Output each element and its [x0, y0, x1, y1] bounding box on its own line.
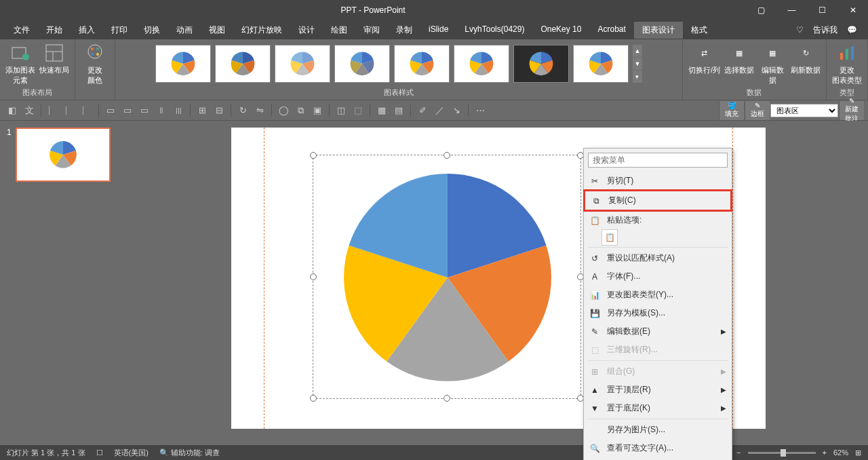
- share-icon[interactable]: 💬: [847, 25, 857, 35]
- quick-layout-button[interactable]: 快速布局: [39, 42, 69, 75]
- chart-style-thumb[interactable]: [454, 45, 509, 83]
- align-left-icon[interactable]: ⎸: [45, 102, 61, 119]
- switch-row-col-button[interactable]: ⇄切换行/列: [688, 42, 720, 75]
- zoom-slider[interactable]: [748, 452, 816, 454]
- cube-icon[interactable]: ◫: [333, 102, 349, 119]
- distribute-v-icon[interactable]: ⫼: [170, 102, 186, 119]
- selection-handle[interactable]: [310, 152, 317, 159]
- selection-handle[interactable]: [443, 152, 450, 159]
- menu-OneKey 10[interactable]: OneKey 10: [532, 22, 589, 39]
- gallery-down-button[interactable]: ▼: [633, 58, 642, 70]
- ctx-alt-text[interactable]: 🔍查看可选文字(A)...: [584, 439, 732, 457]
- align-bottom-icon[interactable]: ▭: [136, 102, 153, 119]
- flip-h-icon[interactable]: ⇋: [252, 102, 268, 119]
- ctx-save-template[interactable]: 💾另存为模板(S)...: [584, 304, 732, 322]
- chart-style-thumb[interactable]: [573, 45, 629, 83]
- arrange-icon[interactable]: ▣: [309, 102, 326, 119]
- menu-iSlide[interactable]: iSlide: [420, 22, 456, 39]
- format-painter-icon[interactable]: ◧: [4, 102, 20, 119]
- align-middle-icon[interactable]: ▭: [119, 102, 136, 119]
- ctx-save-picture[interactable]: 另存为图片(S)...: [584, 421, 732, 439]
- add-chart-element-button[interactable]: 添加图表 元素: [5, 42, 35, 85]
- change-chart-type-button[interactable]: 更改 图表类型: [832, 42, 862, 85]
- menu-设计[interactable]: 设计: [290, 22, 323, 39]
- help-icon[interactable]: ♡: [796, 25, 804, 35]
- chart-style-thumb[interactable]: [155, 45, 211, 83]
- pie-chart[interactable]: [332, 162, 563, 393]
- slide-thumbnail[interactable]: 1: [7, 128, 122, 182]
- tell-me[interactable]: 告诉我: [813, 24, 837, 36]
- context-search-input[interactable]: [588, 153, 728, 168]
- group-icon[interactable]: ⊞: [194, 102, 210, 119]
- 3d-icon[interactable]: ⬚: [350, 102, 366, 119]
- ctx-send-back[interactable]: ▼置于底层(K)▶: [584, 399, 732, 417]
- menu-动画[interactable]: 动画: [168, 22, 201, 39]
- connector-icon[interactable]: ↘: [448, 102, 465, 119]
- chart-style-thumb[interactable]: [513, 45, 569, 83]
- gallery-up-button[interactable]: ▲: [633, 45, 642, 57]
- fill-panel[interactable]: 🪣填充: [719, 101, 744, 120]
- selection-handle[interactable]: [310, 395, 317, 402]
- chart-style-thumb[interactable]: [275, 45, 330, 83]
- ribbon-opts-icon[interactable]: ▢: [746, 0, 776, 20]
- zoom-out-button[interactable]: −: [736, 448, 741, 457]
- menu-图表设计[interactable]: 图表设计: [634, 22, 683, 39]
- align-center-icon[interactable]: ⎸: [62, 102, 78, 119]
- lang-icon[interactable]: ☐: [96, 448, 103, 457]
- ungroup-icon[interactable]: ⊟: [211, 102, 227, 119]
- chart-style-thumb[interactable]: [215, 45, 271, 83]
- chart-style-thumb[interactable]: [334, 45, 390, 83]
- line-icon[interactable]: ／: [431, 102, 448, 119]
- menu-文件[interactable]: 文件: [5, 22, 38, 39]
- ctx-format-area[interactable]: ⚙设置图表区域格式(F)...: [584, 457, 732, 460]
- menu-开始[interactable]: 开始: [38, 22, 71, 39]
- refresh-data-button[interactable]: ↻刷新数据: [791, 42, 821, 75]
- menu-打印[interactable]: 打印: [103, 22, 136, 39]
- text-tool-icon[interactable]: 文: [21, 102, 37, 119]
- menu-LvyhTools(0429)[interactable]: LvyhTools(0429): [456, 22, 532, 39]
- ctx-cut[interactable]: ✂剪切(T): [584, 172, 732, 190]
- edit-data-button[interactable]: ▦编辑数 据: [758, 42, 787, 85]
- ctx-reset-style[interactable]: ↺重设以匹配样式(A): [584, 249, 732, 267]
- menu-绘图[interactable]: 绘图: [323, 22, 355, 39]
- chart-selection-frame[interactable]: [313, 155, 581, 399]
- crop-icon[interactable]: ⧉: [292, 102, 309, 119]
- menu-格式[interactable]: 格式: [683, 22, 715, 39]
- table-icon[interactable]: ▦: [374, 102, 390, 119]
- ctx-change-chart-type[interactable]: 📊更改图表类型(Y)...: [584, 286, 732, 304]
- change-color-button[interactable]: 更改 颜色: [81, 42, 109, 85]
- rotate-icon[interactable]: ↻: [235, 102, 251, 119]
- distribute-h-icon[interactable]: ⫴: [153, 102, 170, 119]
- chart-icon[interactable]: ▤: [391, 102, 407, 119]
- shape-tool-icon[interactable]: ◯: [275, 102, 292, 119]
- zoom-level[interactable]: 62%: [833, 448, 848, 457]
- align-right-icon[interactable]: ⎸: [79, 102, 95, 119]
- selection-handle[interactable]: [443, 395, 450, 402]
- selection-handle[interactable]: [310, 273, 317, 280]
- menu-插入[interactable]: 插入: [71, 22, 103, 39]
- outline-panel[interactable]: ✎边框: [745, 101, 770, 120]
- maximize-button[interactable]: ☐: [807, 0, 837, 20]
- minimize-button[interactable]: —: [776, 0, 807, 20]
- menu-切换[interactable]: 切换: [136, 22, 168, 39]
- gallery-more-button[interactable]: ▾: [633, 71, 642, 83]
- ctx-edit-data[interactable]: ✎编辑数据(E)▶: [584, 322, 732, 341]
- ctx-copy[interactable]: ⧉复制(C): [583, 189, 732, 212]
- menu-录制[interactable]: 录制: [388, 22, 420, 39]
- chart-area-select[interactable]: 图表区: [770, 104, 838, 117]
- menu-视图[interactable]: 视图: [201, 22, 233, 39]
- misc-icon[interactable]: ⋯: [472, 102, 488, 119]
- eyedrop-icon[interactable]: ✐: [414, 102, 431, 119]
- align-top-icon[interactable]: ▭: [102, 102, 119, 119]
- fit-window-button[interactable]: ⊞: [855, 448, 861, 457]
- close-button[interactable]: ✕: [837, 0, 868, 20]
- menu-审阅[interactable]: 审阅: [355, 22, 388, 39]
- language-status[interactable]: 英语(美国): [114, 448, 149, 458]
- select-data-button[interactable]: ▦选择数据: [724, 42, 754, 75]
- accessibility-status[interactable]: 🔍 辅助功能: 调查: [159, 448, 220, 458]
- zoom-in-button[interactable]: +: [823, 448, 827, 457]
- menu-幻灯片放映[interactable]: 幻灯片放映: [233, 22, 290, 39]
- ctx-font[interactable]: A字体(F)...: [584, 267, 732, 286]
- chart-style-thumb[interactable]: [394, 45, 450, 83]
- new-comment-panel[interactable]: ✎新建 批注: [839, 101, 864, 120]
